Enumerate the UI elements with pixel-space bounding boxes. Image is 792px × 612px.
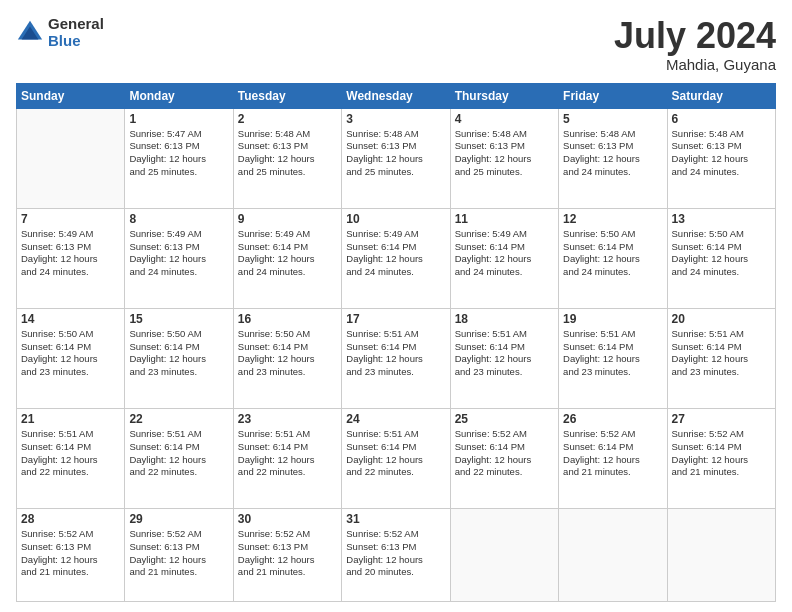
day-number: 23 [238, 412, 337, 426]
day-number: 11 [455, 212, 554, 226]
day-info: Sunrise: 5:49 AM Sunset: 6:14 PM Dayligh… [455, 228, 554, 279]
calendar-cell: 6Sunrise: 5:48 AM Sunset: 6:13 PM Daylig… [667, 108, 775, 208]
day-info: Sunrise: 5:52 AM Sunset: 6:13 PM Dayligh… [129, 528, 228, 579]
day-info: Sunrise: 5:50 AM Sunset: 6:14 PM Dayligh… [563, 228, 662, 279]
day-info: Sunrise: 5:52 AM Sunset: 6:13 PM Dayligh… [238, 528, 337, 579]
header: General Blue July 2024 Mahdia, Guyana [16, 16, 776, 73]
calendar-cell: 16Sunrise: 5:50 AM Sunset: 6:14 PM Dayli… [233, 308, 341, 408]
day-number: 28 [21, 512, 120, 526]
calendar-cell: 19Sunrise: 5:51 AM Sunset: 6:14 PM Dayli… [559, 308, 667, 408]
day-info: Sunrise: 5:52 AM Sunset: 6:13 PM Dayligh… [21, 528, 120, 579]
calendar-cell: 14Sunrise: 5:50 AM Sunset: 6:14 PM Dayli… [17, 308, 125, 408]
day-info: Sunrise: 5:48 AM Sunset: 6:13 PM Dayligh… [672, 128, 771, 179]
day-info: Sunrise: 5:47 AM Sunset: 6:13 PM Dayligh… [129, 128, 228, 179]
calendar-cell: 3Sunrise: 5:48 AM Sunset: 6:13 PM Daylig… [342, 108, 450, 208]
day-number: 6 [672, 112, 771, 126]
day-info: Sunrise: 5:49 AM Sunset: 6:14 PM Dayligh… [346, 228, 445, 279]
calendar-cell: 23Sunrise: 5:51 AM Sunset: 6:14 PM Dayli… [233, 408, 341, 508]
calendar-cell: 18Sunrise: 5:51 AM Sunset: 6:14 PM Dayli… [450, 308, 558, 408]
day-number: 10 [346, 212, 445, 226]
calendar-header-tuesday: Tuesday [233, 83, 341, 108]
calendar-cell: 2Sunrise: 5:48 AM Sunset: 6:13 PM Daylig… [233, 108, 341, 208]
day-number: 16 [238, 312, 337, 326]
day-number: 15 [129, 312, 228, 326]
page-container: General Blue July 2024 Mahdia, Guyana Su… [0, 0, 792, 612]
day-number: 14 [21, 312, 120, 326]
calendar-cell: 20Sunrise: 5:51 AM Sunset: 6:14 PM Dayli… [667, 308, 775, 408]
day-number: 12 [563, 212, 662, 226]
day-info: Sunrise: 5:51 AM Sunset: 6:14 PM Dayligh… [563, 328, 662, 379]
day-number: 13 [672, 212, 771, 226]
calendar-cell: 10Sunrise: 5:49 AM Sunset: 6:14 PM Dayli… [342, 208, 450, 308]
logo: General Blue [16, 16, 104, 49]
location: Mahdia, Guyana [614, 56, 776, 73]
day-info: Sunrise: 5:52 AM Sunset: 6:14 PM Dayligh… [563, 428, 662, 479]
calendar-header-thursday: Thursday [450, 83, 558, 108]
calendar-cell: 30Sunrise: 5:52 AM Sunset: 6:13 PM Dayli… [233, 509, 341, 602]
calendar-cell: 22Sunrise: 5:51 AM Sunset: 6:14 PM Dayli… [125, 408, 233, 508]
calendar-cell [559, 509, 667, 602]
day-number: 21 [21, 412, 120, 426]
day-number: 22 [129, 412, 228, 426]
day-number: 17 [346, 312, 445, 326]
calendar-cell: 12Sunrise: 5:50 AM Sunset: 6:14 PM Dayli… [559, 208, 667, 308]
day-number: 24 [346, 412, 445, 426]
day-number: 31 [346, 512, 445, 526]
title-area: July 2024 Mahdia, Guyana [614, 16, 776, 73]
day-info: Sunrise: 5:52 AM Sunset: 6:14 PM Dayligh… [455, 428, 554, 479]
calendar-cell: 5Sunrise: 5:48 AM Sunset: 6:13 PM Daylig… [559, 108, 667, 208]
day-number: 9 [238, 212, 337, 226]
day-info: Sunrise: 5:49 AM Sunset: 6:13 PM Dayligh… [21, 228, 120, 279]
calendar-header-wednesday: Wednesday [342, 83, 450, 108]
calendar-cell: 1Sunrise: 5:47 AM Sunset: 6:13 PM Daylig… [125, 108, 233, 208]
calendar-cell: 8Sunrise: 5:49 AM Sunset: 6:13 PM Daylig… [125, 208, 233, 308]
day-info: Sunrise: 5:50 AM Sunset: 6:14 PM Dayligh… [672, 228, 771, 279]
day-number: 2 [238, 112, 337, 126]
day-info: Sunrise: 5:52 AM Sunset: 6:13 PM Dayligh… [346, 528, 445, 579]
day-info: Sunrise: 5:48 AM Sunset: 6:13 PM Dayligh… [563, 128, 662, 179]
day-info: Sunrise: 5:51 AM Sunset: 6:14 PM Dayligh… [672, 328, 771, 379]
logo-blue-text: Blue [48, 33, 104, 50]
calendar-table: SundayMondayTuesdayWednesdayThursdayFrid… [16, 83, 776, 602]
day-info: Sunrise: 5:51 AM Sunset: 6:14 PM Dayligh… [21, 428, 120, 479]
calendar-cell: 11Sunrise: 5:49 AM Sunset: 6:14 PM Dayli… [450, 208, 558, 308]
calendar-header-monday: Monday [125, 83, 233, 108]
calendar-cell: 25Sunrise: 5:52 AM Sunset: 6:14 PM Dayli… [450, 408, 558, 508]
calendar-cell: 27Sunrise: 5:52 AM Sunset: 6:14 PM Dayli… [667, 408, 775, 508]
day-number: 25 [455, 412, 554, 426]
calendar-row: 21Sunrise: 5:51 AM Sunset: 6:14 PM Dayli… [17, 408, 776, 508]
day-number: 20 [672, 312, 771, 326]
calendar-row: 7Sunrise: 5:49 AM Sunset: 6:13 PM Daylig… [17, 208, 776, 308]
calendar-cell: 29Sunrise: 5:52 AM Sunset: 6:13 PM Dayli… [125, 509, 233, 602]
logo-text: General Blue [48, 16, 104, 49]
day-info: Sunrise: 5:48 AM Sunset: 6:13 PM Dayligh… [238, 128, 337, 179]
calendar-cell [17, 108, 125, 208]
day-number: 3 [346, 112, 445, 126]
calendar-cell: 21Sunrise: 5:51 AM Sunset: 6:14 PM Dayli… [17, 408, 125, 508]
calendar-cell: 4Sunrise: 5:48 AM Sunset: 6:13 PM Daylig… [450, 108, 558, 208]
calendar-cell: 9Sunrise: 5:49 AM Sunset: 6:14 PM Daylig… [233, 208, 341, 308]
day-info: Sunrise: 5:51 AM Sunset: 6:14 PM Dayligh… [346, 328, 445, 379]
day-info: Sunrise: 5:50 AM Sunset: 6:14 PM Dayligh… [129, 328, 228, 379]
day-number: 7 [21, 212, 120, 226]
calendar-header-friday: Friday [559, 83, 667, 108]
day-info: Sunrise: 5:51 AM Sunset: 6:14 PM Dayligh… [346, 428, 445, 479]
calendar-cell: 13Sunrise: 5:50 AM Sunset: 6:14 PM Dayli… [667, 208, 775, 308]
day-info: Sunrise: 5:48 AM Sunset: 6:13 PM Dayligh… [455, 128, 554, 179]
day-number: 19 [563, 312, 662, 326]
calendar-cell: 28Sunrise: 5:52 AM Sunset: 6:13 PM Dayli… [17, 509, 125, 602]
calendar-header-sunday: Sunday [17, 83, 125, 108]
day-number: 30 [238, 512, 337, 526]
calendar-cell [450, 509, 558, 602]
calendar-row: 1Sunrise: 5:47 AM Sunset: 6:13 PM Daylig… [17, 108, 776, 208]
calendar-header-row: SundayMondayTuesdayWednesdayThursdayFrid… [17, 83, 776, 108]
calendar-cell: 17Sunrise: 5:51 AM Sunset: 6:14 PM Dayli… [342, 308, 450, 408]
calendar-cell: 26Sunrise: 5:52 AM Sunset: 6:14 PM Dayli… [559, 408, 667, 508]
day-number: 5 [563, 112, 662, 126]
day-info: Sunrise: 5:51 AM Sunset: 6:14 PM Dayligh… [455, 328, 554, 379]
calendar-row: 28Sunrise: 5:52 AM Sunset: 6:13 PM Dayli… [17, 509, 776, 602]
day-info: Sunrise: 5:52 AM Sunset: 6:14 PM Dayligh… [672, 428, 771, 479]
day-number: 29 [129, 512, 228, 526]
day-number: 27 [672, 412, 771, 426]
calendar-cell: 31Sunrise: 5:52 AM Sunset: 6:13 PM Dayli… [342, 509, 450, 602]
